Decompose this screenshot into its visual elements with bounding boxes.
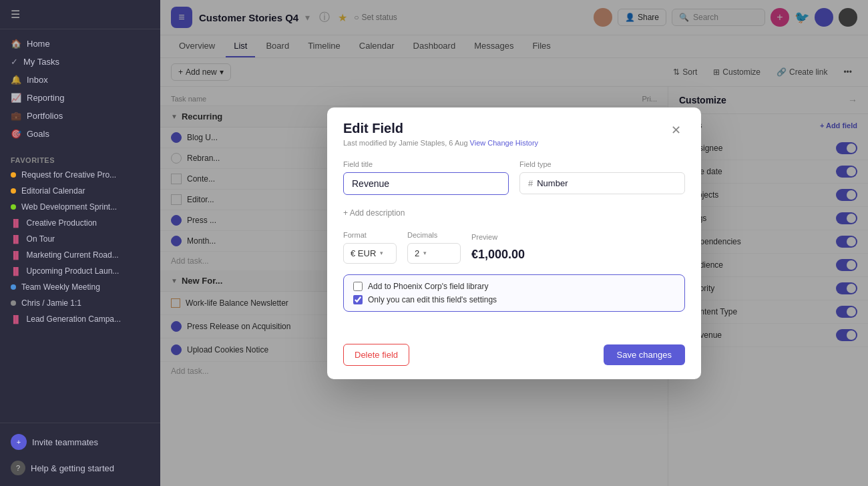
sidebar-item-portfolios-label: Portfolios (27, 111, 63, 121)
sidebar-nav: 🏠 Home ✓ My Tasks 🔔 Inbox 📈 Reporting 💼 … (0, 29, 160, 148)
fav-dot (11, 300, 16, 306)
help-item[interactable]: ? Help & getting started (0, 455, 160, 481)
favorites-list: Request for Creative Pro... Editorial Ca… (0, 167, 160, 327)
field-title-group: Field title (343, 160, 509, 195)
bar-chart-icon: ▐▌ (11, 251, 21, 259)
fav-dot (11, 188, 16, 194)
field-title-row: Field title Field type # Number (343, 160, 685, 195)
sidebar-item-lead-generation[interactable]: ▐▌ Lead Generation Campa... (0, 311, 160, 327)
sidebar-item-marketing-road[interactable]: ▐▌ Marketing Current Road... (0, 247, 160, 263)
fav-label: Creative Production (27, 218, 97, 228)
only-you-edit-checkbox[interactable] (353, 295, 363, 304)
hash-icon: # (528, 178, 533, 188)
sidebar-item-request-creative[interactable]: Request for Creative Pro... (0, 167, 160, 183)
preview-group: Preview €1,000.00 (471, 233, 525, 262)
hamburger-icon[interactable]: ☰ (11, 8, 20, 21)
invite-icon: + (11, 434, 27, 450)
fav-dot (11, 284, 16, 290)
goals-icon: 🎯 (11, 129, 21, 139)
sidebar-item-portfolios[interactable]: 💼 Portfolios (0, 107, 160, 125)
bell-icon: 🔔 (11, 75, 21, 85)
add-to-library-checkbox[interactable] (353, 282, 363, 291)
edit-field-modal: Edit Field Last modified by Jamie Staple… (327, 107, 701, 379)
sidebar-item-inbox[interactable]: 🔔 Inbox (0, 71, 160, 89)
field-type-selector[interactable]: # Number (519, 172, 685, 194)
sidebar-item-editorial[interactable]: Editorial Calendar (0, 183, 160, 199)
sidebar-item-chris-jamie[interactable]: Chris / Jamie 1:1 (0, 295, 160, 311)
preview-label: Preview (471, 233, 525, 241)
sidebar-bottom: + Invite teammates ? Help & getting star… (0, 423, 160, 486)
sidebar-item-goals[interactable]: 🎯 Goals (0, 125, 160, 143)
sidebar-item-reporting-label: Reporting (27, 93, 64, 103)
fav-label: Lead Generation Campa... (27, 314, 121, 324)
field-title-label: Field title (343, 160, 509, 168)
sidebar-item-reporting[interactable]: 📈 Reporting (0, 89, 160, 107)
fav-dot (11, 172, 16, 178)
format-group: Format € EUR ▾ (343, 231, 397, 264)
sidebar-item-team-weekly[interactable]: Team Weekly Meeting (0, 279, 160, 295)
delete-field-button[interactable]: Delete field (343, 344, 409, 366)
sidebar: ☰ 🏠 Home ✓ My Tasks 🔔 Inbox 📈 Reporting … (0, 0, 160, 486)
sidebar-item-web-dev[interactable]: Web Development Sprint... (0, 199, 160, 215)
format-row: Format € EUR ▾ Decimals 2 ▾ (343, 231, 685, 264)
checkbox-group: Add to Phoenix Corp's field library Only… (343, 274, 685, 312)
sidebar-item-my-tasks[interactable]: ✓ My Tasks (0, 53, 160, 71)
fav-label: Marketing Current Road... (27, 250, 119, 260)
modal-header: Edit Field Last modified by Jamie Staple… (327, 107, 701, 152)
fav-label: On Tour (27, 234, 55, 244)
fav-label: Request for Creative Pro... (21, 170, 116, 180)
preview-value: €1,000.00 (471, 245, 525, 262)
modal-footer: Delete field Save changes (327, 336, 701, 379)
sidebar-item-home-label: Home (27, 39, 50, 49)
help-icon: ? (11, 461, 25, 475)
format-label: Format (343, 231, 397, 239)
invite-teammates-item[interactable]: + Invite teammates (0, 429, 160, 455)
decimals-group: Decimals 2 ▾ (407, 231, 461, 264)
decimals-label: Decimals (407, 231, 461, 239)
field-type-label: Field type (519, 160, 685, 168)
fav-label: Chris / Jamie 1:1 (21, 298, 81, 308)
sidebar-item-goals-label: Goals (27, 129, 49, 139)
bar-chart-icon: ▐▌ (11, 267, 21, 275)
add-to-library-label[interactable]: Add to Phoenix Corp's field library (368, 282, 488, 291)
save-changes-button[interactable]: Save changes (604, 344, 685, 365)
fav-label: Upcoming Product Laun... (27, 266, 120, 276)
field-type-group: Field type # Number (519, 160, 685, 195)
fav-label: Team Weekly Meeting (21, 282, 100, 292)
home-icon: 🏠 (11, 39, 21, 49)
chevron-down-icon: ▾ (380, 250, 383, 256)
main-content: ≡ Customer Stories Q4 ▾ ⓘ ★ ○ Set status… (160, 0, 868, 486)
invite-label: Invite teammates (32, 437, 98, 447)
sidebar-item-on-tour[interactable]: ▐▌ On Tour (0, 231, 160, 247)
fav-label: Editorial Calendar (21, 186, 85, 196)
portfolios-icon: 💼 (11, 111, 21, 121)
check-icon: ✓ (11, 57, 18, 67)
checkbox-item-edit-settings: Only you can edit this field's settings (353, 295, 675, 304)
help-label: Help & getting started (31, 463, 114, 473)
sidebar-top: ☰ (0, 0, 160, 29)
modal-title-block: Edit Field Last modified by Jamie Staple… (343, 121, 666, 147)
checkbox-item-library: Add to Phoenix Corp's field library (353, 282, 675, 291)
field-title-input[interactable] (343, 172, 509, 195)
view-history-link[interactable]: View Change History (470, 139, 539, 147)
fav-dot (11, 204, 16, 210)
chevron-down-icon: ▾ (423, 250, 427, 256)
format-selector[interactable]: € EUR ▾ (343, 243, 397, 264)
sidebar-item-creative-production[interactable]: ▐▌ Creative Production (0, 215, 160, 231)
bar-chart-icon: ▐▌ (11, 315, 21, 323)
sidebar-item-upcoming-product[interactable]: ▐▌ Upcoming Product Laun... (0, 263, 160, 279)
only-you-edit-label[interactable]: Only you can edit this field's settings (368, 295, 497, 304)
close-modal-button[interactable]: ✕ (666, 121, 685, 140)
sidebar-item-my-tasks-label: My Tasks (23, 57, 59, 67)
modal-subtitle: Last modified by Jamie Staples, 6 Aug Vi… (343, 139, 666, 147)
fav-label: Web Development Sprint... (21, 202, 117, 212)
decimals-selector[interactable]: 2 ▾ (407, 243, 461, 264)
modal-body: Field title Field type # Number + Add de… (327, 152, 701, 336)
sidebar-item-home[interactable]: 🏠 Home (0, 35, 160, 53)
sidebar-item-inbox-label: Inbox (27, 75, 48, 85)
favorites-label: Favorites (0, 148, 160, 167)
bar-chart-icon: ▐▌ (11, 235, 21, 243)
add-description-button[interactable]: + Add description (343, 206, 685, 220)
modal-overlay: Edit Field Last modified by Jamie Staple… (160, 0, 868, 486)
reporting-icon: 📈 (11, 93, 21, 103)
